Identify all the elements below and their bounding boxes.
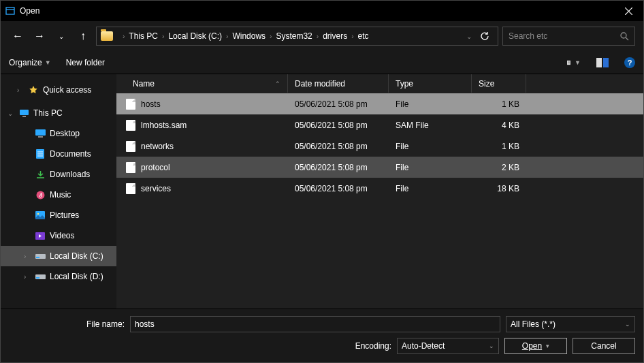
svg-line-5 bbox=[626, 37, 628, 40]
pictures-icon bbox=[35, 210, 46, 221]
crumb-this-pc[interactable]: This PC bbox=[129, 31, 158, 41]
drive-icon bbox=[35, 271, 46, 282]
file-name-input[interactable] bbox=[130, 316, 500, 332]
nav-bar: ← → ⌄ ↑ › This PC › Local Disk (C:) › Wi… bbox=[1, 21, 643, 51]
cancel-button[interactable]: Cancel bbox=[573, 338, 635, 354]
svg-rect-10 bbox=[596, 58, 602, 67]
search-box[interactable] bbox=[502, 27, 635, 46]
tree-label: This PC bbox=[33, 108, 63, 118]
file-type-filter[interactable]: All Files (*.*)⌄ bbox=[506, 316, 635, 332]
file-icon bbox=[126, 120, 135, 131]
chevron-right-icon: › bbox=[270, 33, 272, 40]
file-name: services bbox=[141, 184, 171, 193]
chevron-right-icon: › bbox=[24, 253, 31, 260]
file-row[interactable]: lmhosts.sam05/06/2021 5:08 pmSAM File4 K… bbox=[116, 114, 643, 136]
tree-music[interactable]: › Music bbox=[1, 185, 116, 205]
svg-rect-13 bbox=[22, 116, 26, 117]
file-name-label: File name: bbox=[9, 319, 125, 329]
recent-dropdown[interactable]: ⌄ bbox=[52, 27, 70, 45]
tree-downloads[interactable]: › Downloads bbox=[1, 164, 116, 185]
tree-this-pc[interactable]: ⌄ This PC bbox=[1, 103, 116, 123]
file-name: networks bbox=[141, 142, 174, 151]
downloads-icon bbox=[35, 169, 46, 180]
tree-local-d[interactable]: › Local Disk (D:) bbox=[1, 266, 116, 287]
column-headers: Name⌃ Date modified Type Size bbox=[116, 74, 643, 93]
crumb-local-c[interactable]: Local Disk (C:) bbox=[168, 31, 222, 41]
chevron-down-icon: ⌄ bbox=[625, 321, 630, 328]
file-date: 05/06/2021 5:08 pm bbox=[288, 99, 389, 109]
file-type: File bbox=[389, 99, 472, 109]
toolbar: Organize▼ New folder ▼ ? bbox=[1, 51, 643, 74]
column-size[interactable]: Size bbox=[472, 74, 526, 93]
open-button[interactable]: Open▾ bbox=[504, 338, 567, 354]
forward-button[interactable]: → bbox=[31, 27, 48, 45]
documents-icon bbox=[35, 148, 46, 159]
sort-asc-icon: ⌃ bbox=[275, 80, 280, 87]
file-row[interactable]: services05/06/2021 5:08 pmFile18 KB bbox=[116, 178, 643, 199]
chevron-right-icon: › bbox=[123, 33, 125, 40]
svg-rect-0 bbox=[6, 7, 14, 14]
file-row[interactable]: networks05/06/2021 5:08 pmFile1 KB bbox=[116, 136, 643, 157]
organize-button[interactable]: Organize▼ bbox=[9, 58, 51, 67]
column-type[interactable]: Type bbox=[389, 74, 472, 93]
svg-rect-11 bbox=[603, 58, 609, 67]
crumb-etc[interactable]: etc bbox=[358, 31, 369, 41]
crumb-drivers[interactable]: drivers bbox=[323, 31, 347, 41]
file-row[interactable]: hosts05/06/2021 5:08 pmFile1 KB bbox=[116, 93, 643, 114]
preview-pane-button[interactable] bbox=[596, 56, 609, 69]
tree-label: Desktop bbox=[50, 129, 80, 138]
close-button[interactable] bbox=[613, 1, 643, 21]
svg-rect-12 bbox=[20, 110, 29, 115]
tree-videos[interactable]: › Videos bbox=[1, 225, 116, 246]
videos-icon bbox=[35, 230, 46, 241]
file-date: 05/06/2021 5:08 pm bbox=[288, 121, 389, 130]
chevron-right-icon: › bbox=[351, 33, 353, 40]
file-type: File bbox=[389, 184, 472, 193]
tree-quick-access[interactable]: › Quick access bbox=[1, 80, 116, 100]
star-icon bbox=[28, 84, 39, 95]
search-icon[interactable] bbox=[620, 32, 629, 41]
new-folder-button[interactable]: New folder bbox=[66, 58, 105, 67]
column-name[interactable]: Name⌃ bbox=[116, 74, 288, 93]
chevron-down-icon: ⌄ bbox=[489, 343, 494, 349]
file-icon bbox=[126, 183, 135, 194]
pc-icon bbox=[18, 108, 29, 119]
desktop-icon bbox=[35, 128, 46, 139]
chevron-down-icon: ⌄ bbox=[7, 110, 14, 117]
refresh-button[interactable] bbox=[480, 31, 489, 41]
app-icon bbox=[5, 5, 16, 16]
breadcrumb-bar[interactable]: › This PC › Local Disk (C:) › Windows › … bbox=[96, 27, 498, 46]
breadcrumb-dropdown[interactable]: ⌄ bbox=[466, 33, 472, 40]
tree-documents[interactable]: › Documents bbox=[1, 144, 116, 164]
file-list: Name⌃ Date modified Type Size hosts05/06… bbox=[116, 74, 643, 309]
file-row[interactable]: protocol05/06/2021 5:08 pmFile2 KB bbox=[116, 157, 643, 178]
window-title: Open bbox=[20, 6, 613, 16]
column-date[interactable]: Date modified bbox=[288, 74, 389, 93]
encoding-label: Encoding: bbox=[355, 341, 391, 351]
encoding-select[interactable]: Auto-Detect⌄ bbox=[397, 338, 499, 354]
help-button[interactable]: ? bbox=[624, 57, 635, 68]
chevron-right-icon: › bbox=[162, 33, 164, 40]
tree-desktop[interactable]: › Desktop bbox=[1, 123, 116, 144]
file-size: 1 KB bbox=[472, 142, 526, 151]
back-button[interactable]: ← bbox=[9, 27, 27, 45]
tree-pictures[interactable]: › Pictures bbox=[1, 205, 116, 225]
file-type: File bbox=[389, 142, 472, 151]
search-input[interactable] bbox=[509, 31, 620, 41]
file-icon bbox=[126, 141, 135, 152]
view-button[interactable]: ▼ bbox=[567, 56, 581, 69]
title-bar: Open bbox=[1, 1, 643, 21]
chevron-right-icon: › bbox=[24, 273, 31, 281]
chevron-down-icon: ▼ bbox=[575, 59, 581, 66]
file-icon bbox=[126, 162, 135, 173]
file-name: protocol bbox=[141, 163, 170, 172]
crumb-windows[interactable]: Windows bbox=[232, 31, 265, 41]
footer: File name: All Files (*.*)⌄ Encoding: Au… bbox=[1, 309, 643, 362]
file-size: 18 KB bbox=[472, 184, 526, 193]
file-size: 2 KB bbox=[472, 163, 526, 172]
drive-icon bbox=[35, 251, 46, 262]
tree-local-c[interactable]: › Local Disk (C:) bbox=[1, 246, 116, 266]
folder-icon bbox=[101, 31, 113, 41]
up-button[interactable]: ↑ bbox=[74, 27, 92, 45]
crumb-system32[interactable]: System32 bbox=[276, 31, 312, 41]
